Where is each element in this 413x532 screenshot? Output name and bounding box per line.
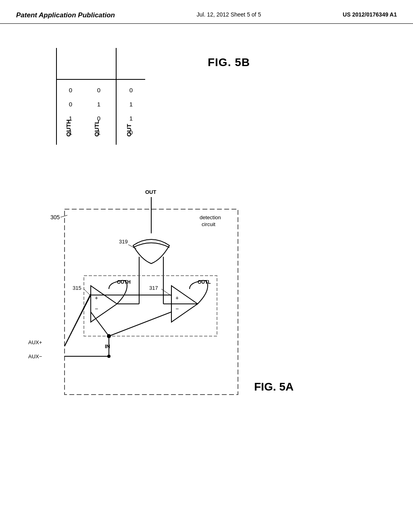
outl-output-label: OUTL (198, 279, 211, 285)
aux-minus-label: AUX− (28, 353, 42, 360)
header-left: Patent Application Publication (16, 11, 115, 19)
aux-plus-label: AUX+ (28, 339, 42, 345)
ref-319: 319 (119, 239, 128, 245)
aux-minus-node-dot (107, 355, 111, 358)
outl-val-3: 1 (97, 129, 100, 136)
publication-label: Patent Application Publication (16, 11, 115, 19)
out-label-top: OUT (145, 189, 156, 195)
out-val-0: 0 (129, 87, 133, 94)
amp-left-plus: + (95, 295, 98, 301)
outh-output-label: OUTH (117, 279, 131, 285)
out-val-2: 1 (129, 115, 133, 122)
in-label: IN (105, 343, 110, 349)
ref-305: 305 (50, 214, 60, 220)
header-center: Jul. 12, 2012 Sheet 5 of 5 (197, 11, 261, 18)
out-val-1: 1 (129, 101, 133, 108)
out-val-3: 0 (129, 129, 133, 136)
ref-317: 317 (149, 285, 158, 291)
amp-left-minus: − (95, 305, 98, 312)
ref-315: 315 (73, 285, 81, 291)
ref-315-line (84, 289, 91, 296)
in-to-right-amp-neg (109, 312, 171, 336)
outl-val-0: 0 (97, 87, 100, 94)
outl-val-2: 0 (97, 115, 100, 122)
header-right: US 2012/0176349 A1 (343, 11, 397, 18)
outl-val-1: 1 (97, 101, 100, 108)
aux-plus-to-left-amp (65, 295, 91, 346)
fig5a-circuit-svg: 305 detection circuit OUT + (24, 197, 298, 431)
main-content: OUTH OUTL OUT 0 0 1 1 0 1 0 1 (0, 24, 413, 524)
outh-val-3: 1 (69, 129, 72, 136)
fig5b-container: OUTH OUTL OUT 0 0 1 1 0 1 0 1 (56, 48, 210, 154)
detection-circuit-label-1: detection (200, 214, 221, 220)
patent-number-label: US 2012/0176349 A1 (343, 11, 397, 18)
page-header: Patent Application Publication Jul. 12, … (0, 0, 413, 24)
amp-right-plus: + (175, 295, 179, 301)
outh-val-2: 1 (69, 115, 72, 122)
amp-right-minus: − (175, 305, 179, 312)
outh-val-1: 0 (69, 101, 72, 108)
ref-305-line (60, 215, 67, 217)
fig5b-label: FIG. 5B (208, 56, 250, 69)
fig5b-table-svg: OUTH OUTL OUT 0 0 1 1 0 1 0 1 (56, 48, 186, 153)
outh-val-0: 0 (69, 87, 72, 94)
detection-circuit-label-2: circuit (202, 221, 215, 227)
fig5a-container: 305 detection circuit OUT + (24, 197, 307, 439)
date-sheet-label: Jul. 12, 2012 Sheet 5 of 5 (197, 11, 261, 18)
fig5a-label: FIG. 5A (254, 380, 294, 393)
